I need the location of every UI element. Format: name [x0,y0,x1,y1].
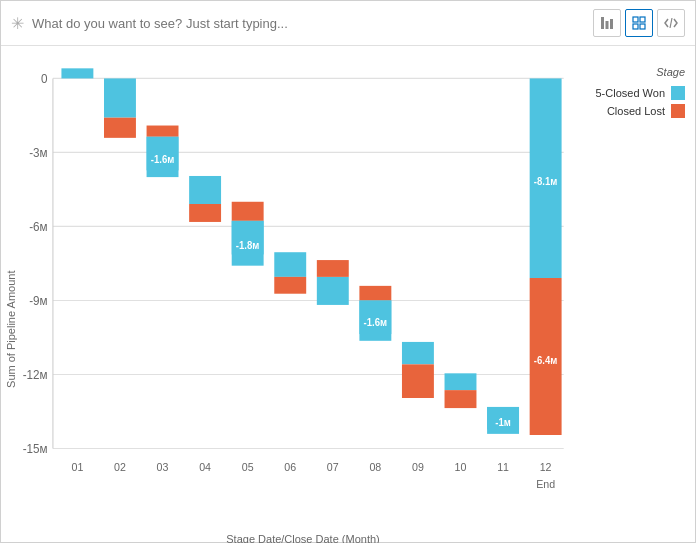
bar-09-orange [402,364,434,398]
svg-rect-4 [640,17,645,22]
chart-plot: 0 -3м -6м -9м -12м -15м [21,56,585,543]
bar-10-orange [445,390,477,408]
svg-line-7 [670,18,672,28]
legend-label-blue: 5-Closed Won [596,87,666,99]
bar-08-orange-top [359,286,391,301]
search-icon: ✳ [11,14,24,33]
svg-rect-5 [633,24,638,29]
bar-04-orange [189,204,221,222]
toolbar-buttons [593,9,685,37]
svg-text:-1м: -1м [495,417,511,428]
bar-04-blue [189,176,221,204]
legend-title: Stage [595,66,685,78]
chart-with-legend: 0 -3м -6м -9м -12м -15м [21,56,695,543]
legend-item-orange: Closed Lost [595,104,685,118]
legend-box-blue [671,86,685,100]
svg-rect-3 [633,17,638,22]
bar-01-blue [61,68,93,78]
x-axis-label: Stage Date/Close Date (Month) [21,531,585,543]
svg-text:11: 11 [497,461,509,473]
svg-text:02: 02 [114,461,126,473]
svg-text:-1.6м: -1.6м [151,153,175,164]
bar-02-orange [104,118,136,138]
bar-05-orange-top [232,202,264,221]
svg-text:0: 0 [41,72,48,86]
svg-text:07: 07 [327,461,339,473]
legend-box-orange [671,104,685,118]
grid-view-button[interactable] [625,9,653,37]
svg-text:End: End [536,477,555,489]
svg-text:12: 12 [540,461,552,473]
svg-text:-15м: -15м [23,442,48,456]
legend-label-orange: Closed Lost [607,105,665,117]
bar-07-blue [317,277,349,305]
code-view-button[interactable] [657,9,685,37]
bar-10-blue [445,373,477,390]
svg-text:-3м: -3м [29,146,47,160]
svg-text:-6м: -6м [29,220,47,234]
svg-text:-12м: -12м [23,368,48,382]
svg-text:-9м: -9м [29,294,47,308]
bar-06-blue [274,252,306,277]
svg-text:05: 05 [242,461,254,473]
svg-text:03: 03 [157,461,169,473]
svg-text:-6.4м: -6.4м [534,355,558,366]
search-input[interactable] [32,16,585,31]
svg-text:-1.8м: -1.8м [236,240,260,251]
bar-09-blue [402,342,434,364]
chart-area: Sum of Pipeline Amount [1,46,695,543]
chart-svg: 0 -3м -6м -9м -12м -15м [21,56,585,527]
svg-text:08: 08 [369,461,381,473]
bar-06-orange [274,277,306,294]
legend: Stage 5-Closed Won Closed Lost [585,56,695,543]
svg-text:-8.1м: -8.1м [534,176,558,187]
svg-text:10: 10 [455,461,467,473]
bar-03-orange-top [147,126,179,137]
svg-text:04: 04 [199,461,211,473]
svg-rect-6 [640,24,645,29]
svg-rect-2 [610,19,613,29]
svg-text:01: 01 [71,461,83,473]
chart-inner: 0 -3м -6м -9м -12м -15м [21,56,695,543]
y-axis-label: Sum of Pipeline Amount [1,56,21,543]
legend-item-blue: 5-Closed Won [595,86,685,100]
svg-rect-1 [606,21,609,29]
main-container: ✳ Sum o [0,0,696,543]
bar-07-orange-top [317,260,349,277]
toolbar: ✳ [1,1,695,46]
svg-rect-0 [601,17,604,29]
svg-text:-1.6м: -1.6м [364,317,388,328]
chart-view-button[interactable] [593,9,621,37]
svg-text:09: 09 [412,461,424,473]
bar-02-blue [104,78,136,117]
svg-text:06: 06 [284,461,296,473]
